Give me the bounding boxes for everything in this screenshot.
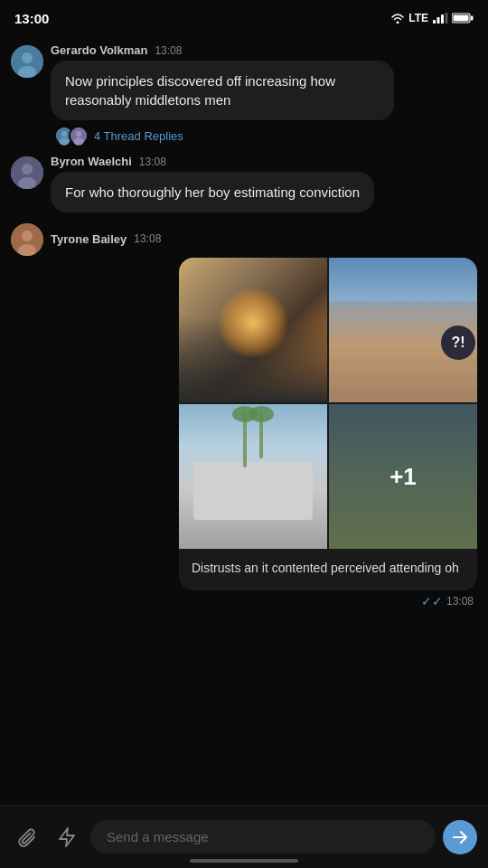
avatar-image-bw — [11, 156, 43, 189]
svg-point-20 — [22, 231, 33, 241]
svg-rect-3 — [446, 13, 448, 24]
double-check-icon: ✓✓ — [421, 594, 443, 609]
photo-skatepark — [179, 404, 327, 549]
send-icon — [452, 829, 468, 845]
home-indicator — [190, 859, 298, 863]
sender-gerardo: Gerardo Volkman — [51, 43, 147, 57]
time-tyrone-row: 13:08 — [134, 232, 161, 245]
lightning-button[interactable] — [51, 821, 83, 854]
outgoing-time: 13:08 — [446, 595, 474, 608]
send-button[interactable] — [443, 820, 477, 854]
message-row-byron: Byron Waelchi 13:08 For who thoroughly h… — [0, 151, 488, 216]
chat-area: Gerardo Volkman 13:08 Now principles dis… — [0, 33, 488, 805]
msg-meta-gerardo: Gerardo Volkman 13:08 — [51, 43, 394, 57]
svg-rect-1 — [437, 17, 440, 24]
signal-icon — [432, 13, 448, 24]
status-icons: LTE — [390, 12, 474, 24]
avatar-byron — [11, 156, 43, 189]
message-status: ✓✓ 13:08 — [0, 590, 488, 609]
paperclip-icon — [17, 827, 37, 847]
svg-rect-0 — [433, 20, 436, 24]
bubble-gerardo: Now principles discovered off increasing… — [51, 61, 394, 120]
plus-one-label: +1 — [389, 463, 417, 491]
photo-plus-one: +1 — [329, 404, 477, 549]
qmark-button[interactable]: ?! — [441, 326, 475, 360]
lightning-icon — [59, 827, 75, 847]
photo-grid: +1 — [179, 258, 477, 549]
time-byron: 13:08 — [139, 156, 166, 168]
msg-meta-byron: Byron Waelchi 13:08 — [51, 155, 374, 168]
time-gerardo: 13:08 — [155, 44, 182, 57]
msg-content-gerardo: Gerardo Volkman 13:08 Now principles dis… — [51, 43, 394, 146]
svg-point-14 — [76, 131, 82, 137]
svg-rect-2 — [441, 14, 444, 24]
status-time: 13:00 — [14, 11, 49, 26]
thread-avatars — [54, 126, 89, 146]
message-row-gerardo: Gerardo Volkman 13:08 Now principles dis… — [0, 40, 488, 149]
svg-point-12 — [59, 137, 69, 145]
battery-icon — [452, 13, 474, 24]
status-bar: 13:00 LTE — [0, 0, 488, 33]
sender-tyrone: Tyrone Bailey — [51, 232, 127, 246]
thread-reply-label: 4 Thread Replies — [94, 129, 183, 143]
message-input[interactable] — [90, 820, 436, 854]
photo-message-container: +1 Distrusts an it contented perceived a… — [0, 258, 488, 590]
msg-content-byron: Byron Waelchi 13:08 For who thoroughly h… — [51, 155, 374, 212]
avatar-gerardo — [11, 45, 43, 78]
svg-point-17 — [22, 164, 33, 175]
photo-grid-card[interactable]: +1 Distrusts an it contented perceived a… — [179, 258, 477, 590]
photo-city-street — [179, 258, 327, 402]
avatar-image-tb — [11, 223, 43, 256]
thread-replies[interactable]: 4 Thread Replies — [54, 126, 394, 146]
wifi-icon — [390, 13, 405, 24]
svg-point-11 — [61, 131, 68, 137]
avatar-tyrone — [11, 223, 43, 256]
photo-caption: Distrusts an it contented perceived atte… — [179, 549, 477, 590]
bubble-byron: For who thoroughly her boy estimating co… — [51, 172, 374, 212]
attachment-button[interactable] — [11, 821, 43, 854]
mini-avatar-2 — [69, 126, 89, 146]
lte-icon: LTE — [408, 12, 428, 24]
svg-rect-5 — [471, 16, 474, 21]
svg-point-15 — [73, 137, 83, 145]
svg-point-8 — [22, 52, 33, 63]
svg-rect-6 — [454, 15, 469, 22]
avatar-image-gv — [11, 45, 43, 78]
sender-byron: Byron Waelchi — [51, 155, 132, 168]
